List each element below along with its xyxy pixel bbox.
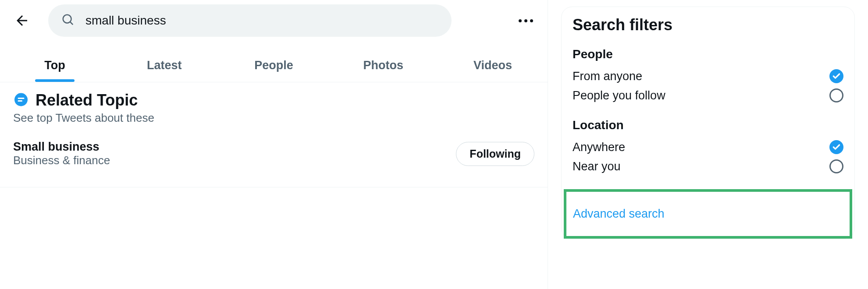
more-icon: [519, 19, 522, 22]
search-query-text: small business: [85, 14, 166, 28]
topic-name: Small business: [13, 140, 110, 154]
filter-title: Search filters: [573, 16, 843, 34]
advanced-search-highlight: Advanced search: [564, 189, 852, 239]
filter-group-people: People From anyone People you follow: [573, 47, 843, 105]
radio-unchecked-icon: [829, 88, 843, 102]
filter-option-label: Anywhere: [573, 141, 625, 154]
sidebar: Search filters People From anyone People…: [548, 0, 868, 289]
svg-line-1: [70, 22, 73, 25]
advanced-search-link[interactable]: Advanced search: [573, 207, 665, 220]
filter-card: Search filters People From anyone People…: [561, 7, 855, 239]
topic-row[interactable]: Small business Business & finance Follow…: [13, 140, 534, 178]
filter-option-label: People you follow: [573, 89, 665, 102]
filter-option-anywhere[interactable]: Anywhere: [573, 137, 843, 157]
header-row: small business: [0, 0, 548, 41]
radio-checked-icon: [829, 69, 843, 83]
topic-icon: [13, 92, 29, 108]
topic-category: Business & finance: [13, 154, 110, 167]
following-button[interactable]: Following: [456, 142, 534, 166]
related-title: Related Topic: [36, 91, 138, 109]
filter-option-from-anyone[interactable]: From anyone: [573, 67, 843, 86]
filter-group-location: Location Anywhere Near you: [573, 118, 843, 176]
filter-people-title: People: [573, 47, 843, 61]
tab-photos[interactable]: Photos: [328, 50, 438, 82]
tabs: Top Latest People Photos Videos: [0, 50, 548, 82]
filter-option-near-you[interactable]: Near you: [573, 157, 843, 176]
svg-rect-4: [18, 100, 23, 102]
svg-point-0: [63, 15, 71, 23]
filter-option-label: From anyone: [573, 70, 642, 83]
related-section: Related Topic See top Tweets about these…: [0, 82, 548, 187]
svg-rect-3: [18, 98, 25, 99]
filter-option-people-you-follow[interactable]: People you follow: [573, 86, 843, 105]
search-icon: [61, 13, 75, 28]
tab-top[interactable]: Top: [0, 50, 110, 82]
more-button[interactable]: [512, 7, 539, 34]
related-header: Related Topic: [13, 91, 534, 109]
topic-info: Small business Business & finance: [13, 140, 110, 167]
radio-unchecked-icon: [829, 159, 843, 173]
filter-option-label: Near you: [573, 160, 621, 173]
filter-location-title: Location: [573, 118, 843, 132]
tab-people[interactable]: People: [219, 50, 329, 82]
back-button[interactable]: [9, 7, 35, 34]
arrow-left-icon: [14, 13, 30, 28]
related-subtitle: See top Tweets about these: [13, 111, 534, 125]
tab-latest[interactable]: Latest: [110, 50, 219, 82]
search-bar[interactable]: small business: [48, 4, 452, 37]
main-column: small business Top Latest People Photos …: [0, 0, 548, 289]
radio-checked-icon: [829, 140, 843, 154]
tab-videos[interactable]: Videos: [438, 50, 548, 82]
